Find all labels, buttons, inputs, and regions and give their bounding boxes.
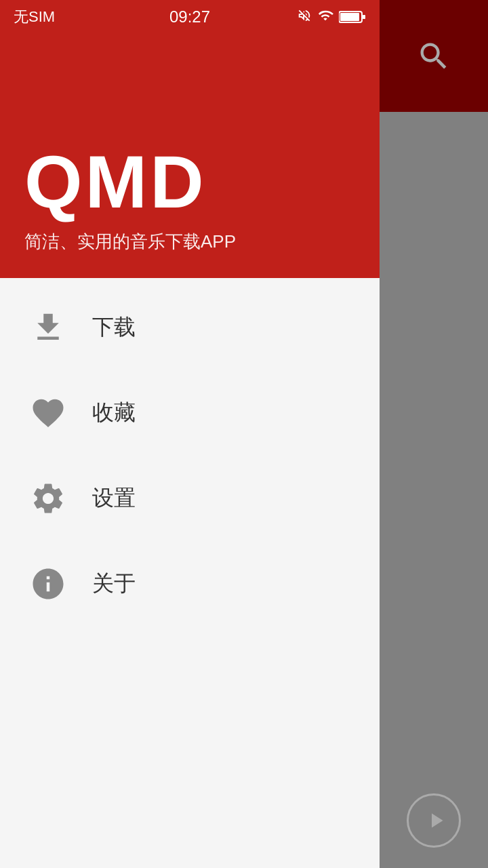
app-title: QMD xyxy=(24,144,355,219)
wifi-icon xyxy=(317,8,333,26)
time-label: 09:27 xyxy=(169,7,210,26)
menu-item-download[interactable]: 下载 xyxy=(0,285,380,370)
search-area[interactable] xyxy=(380,0,488,112)
info-icon xyxy=(24,560,72,608)
gear-icon xyxy=(24,475,72,522)
menu-item-about[interactable]: 关于 xyxy=(0,541,380,627)
carrier-label: 无SIM xyxy=(14,7,55,27)
menu-list: 下载 收藏 设置 xyxy=(0,278,380,868)
drawer-panel: 无SIM 09:27 xyxy=(0,0,380,868)
battery-icon xyxy=(339,10,366,24)
play-button[interactable] xyxy=(407,793,461,848)
mute-icon xyxy=(297,8,312,26)
settings-label: 设置 xyxy=(92,484,136,513)
app-header: QMD 简洁、实用的音乐下载APP xyxy=(0,0,380,278)
right-panel xyxy=(380,0,488,868)
menu-item-settings[interactable]: 设置 xyxy=(0,456,380,541)
svg-rect-1 xyxy=(340,13,359,21)
status-bar: 无SIM 09:27 xyxy=(0,0,380,34)
about-label: 关于 xyxy=(92,569,136,599)
app-subtitle: 简洁、实用的音乐下载APP xyxy=(24,230,355,254)
heart-icon xyxy=(24,389,72,437)
status-icons xyxy=(297,8,366,26)
favorites-label: 收藏 xyxy=(92,398,136,428)
menu-item-favorites[interactable]: 收藏 xyxy=(0,370,380,456)
svg-rect-2 xyxy=(363,15,365,19)
play-button-area xyxy=(380,793,488,848)
search-icon[interactable] xyxy=(413,36,454,77)
download-icon xyxy=(24,304,72,351)
download-label: 下载 xyxy=(92,313,136,342)
